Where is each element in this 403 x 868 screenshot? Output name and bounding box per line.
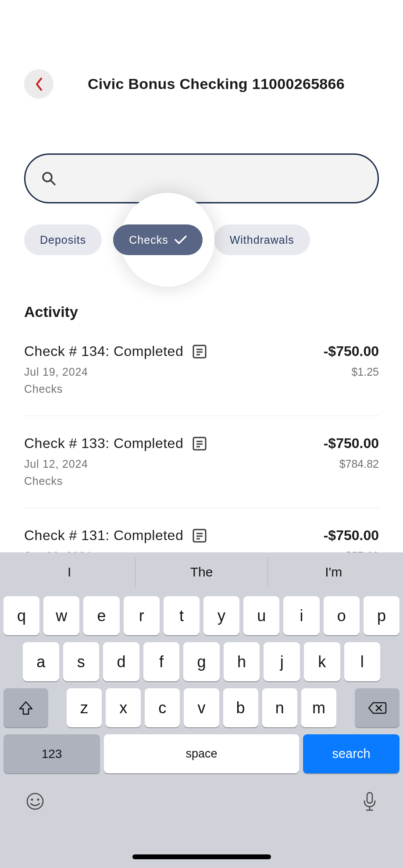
keyboard-suggestions: I The I'm [4, 557, 399, 587]
key-l[interactable]: l [344, 642, 381, 681]
filter-chips: Deposits Checks Withdrawals [24, 224, 379, 255]
transaction-amount: -$750.00 [324, 527, 379, 544]
transaction-date: Jul 19, 2024 [24, 366, 88, 378]
emoji-button[interactable] [25, 792, 45, 813]
check-icon [175, 235, 187, 245]
suggestion[interactable]: I [4, 557, 136, 587]
keyboard: I The I'm q w e r t y u i o p a s d f g … [0, 552, 403, 868]
dictation-button[interactable] [362, 791, 378, 814]
chevron-left-icon [35, 77, 43, 91]
key-shift[interactable] [4, 688, 48, 727]
key-n[interactable]: n [262, 688, 297, 727]
key-m[interactable]: m [301, 688, 336, 727]
key-i[interactable]: i [283, 596, 319, 635]
key-e[interactable]: e [83, 596, 119, 635]
key-t[interactable]: t [164, 596, 200, 635]
key-o[interactable]: o [324, 596, 360, 635]
home-indicator[interactable] [132, 854, 271, 859]
chip-withdrawals[interactable]: Withdrawals [214, 224, 310, 255]
back-button[interactable] [24, 69, 53, 99]
search-input[interactable] [24, 153, 379, 203]
search-icon [41, 171, 56, 186]
chip-deposits[interactable]: Deposits [24, 224, 102, 255]
key-d[interactable]: d [103, 642, 139, 681]
transaction-amount: -$750.00 [324, 435, 379, 452]
chip-label: Deposits [40, 234, 86, 246]
key-r[interactable]: r [124, 596, 160, 635]
note-icon [192, 436, 207, 451]
key-h[interactable]: h [224, 642, 260, 681]
transaction-date: Jul 12, 2024 [24, 458, 88, 470]
transaction-title: Check # 131: Completed [24, 527, 183, 544]
svg-point-17 [31, 799, 33, 801]
key-search[interactable]: search [303, 734, 399, 773]
key-b[interactable]: b [223, 688, 258, 727]
page-title: Civic Bonus Checking 11000265866 [53, 75, 379, 92]
svg-point-18 [37, 799, 39, 801]
key-x[interactable]: x [106, 688, 141, 727]
transaction-row[interactable]: Check # 134: Completed -$750.00 Jul 19, … [24, 343, 379, 416]
keyboard-row-3: z x c v b n m [4, 688, 399, 727]
key-numbers[interactable]: 123 [4, 734, 100, 773]
keyboard-row-1: q w e r t y u i o p [4, 596, 399, 635]
transaction-row[interactable]: Check # 133: Completed -$750.00 Jul 12, … [24, 435, 379, 508]
suggestion[interactable]: I'm [268, 557, 399, 587]
note-icon [192, 528, 207, 543]
shift-icon [18, 700, 34, 716]
svg-point-16 [27, 793, 43, 809]
key-f[interactable]: f [143, 642, 180, 681]
key-s[interactable]: s [63, 642, 100, 681]
key-backspace[interactable] [355, 688, 399, 727]
transaction-category: Checks [24, 383, 379, 395]
chip-label: Checks [129, 234, 168, 246]
key-space[interactable]: space [104, 734, 299, 773]
transaction-category: Checks [24, 475, 379, 487]
key-w[interactable]: w [43, 596, 79, 635]
keyboard-row-2: a s d f g h j k l [4, 642, 399, 681]
svg-line-1 [51, 181, 55, 185]
keyboard-toolbar [4, 781, 399, 814]
transaction-title: Check # 133: Completed [24, 435, 183, 452]
key-k[interactable]: k [304, 642, 340, 681]
transaction-subamount: $784.82 [339, 458, 379, 470]
emoji-icon [25, 792, 45, 811]
transaction-subamount: $1.25 [351, 366, 379, 378]
keyboard-row-4: 123 space search [4, 734, 399, 773]
note-icon [192, 344, 207, 359]
header: Civic Bonus Checking 11000265866 [24, 69, 379, 99]
key-q[interactable]: q [4, 596, 39, 635]
transaction-title: Check # 134: Completed [24, 343, 183, 359]
chip-label: Withdrawals [230, 234, 294, 246]
key-a[interactable]: a [23, 642, 59, 681]
key-g[interactable]: g [183, 642, 220, 681]
key-c[interactable]: c [145, 688, 180, 727]
transaction-amount: -$750.00 [324, 343, 379, 359]
microphone-icon [362, 791, 378, 812]
section-title: Activity [24, 303, 379, 320]
chip-checks[interactable]: Checks [113, 224, 202, 255]
svg-rect-19 [367, 793, 372, 803]
key-j[interactable]: j [264, 642, 300, 681]
key-z[interactable]: z [67, 688, 102, 727]
suggestion[interactable]: The [136, 557, 267, 587]
key-u[interactable]: u [243, 596, 279, 635]
key-p[interactable]: p [364, 596, 399, 635]
key-y[interactable]: y [203, 596, 239, 635]
backspace-icon [367, 701, 387, 715]
key-v[interactable]: v [184, 688, 219, 727]
